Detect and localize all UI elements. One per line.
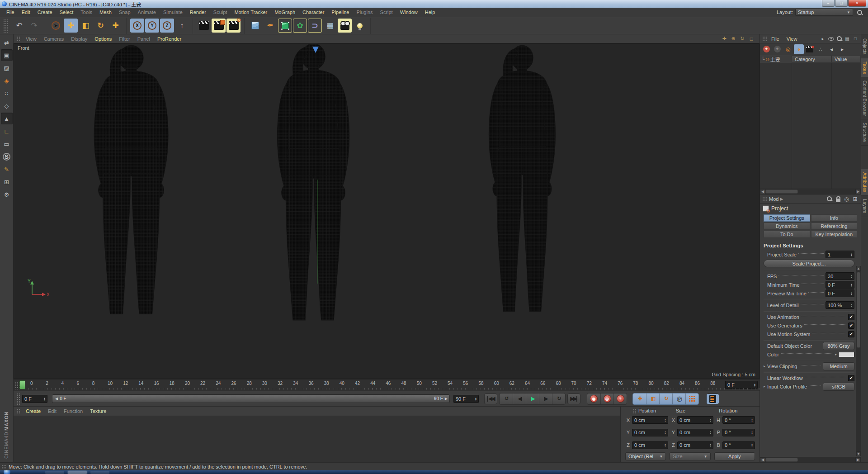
spinner-icon[interactable]: ▴▾ [665, 443, 666, 447]
spinner-icon[interactable]: ▴▾ [44, 397, 45, 401]
live-selection-tool[interactable]: ➤ [49, 19, 63, 33]
previous-frame-button[interactable]: ◀ [513, 393, 526, 404]
view-clipping-dropdown[interactable]: Medium [823, 362, 854, 370]
camera-button[interactable] [338, 19, 352, 33]
render-marked-takes-icon[interactable] [805, 44, 815, 54]
texture-mode-icon[interactable]: ▨ [1, 62, 13, 74]
slider-right-arrow-icon[interactable]: ▶ [445, 397, 448, 401]
menu-help[interactable]: Help [421, 9, 439, 15]
search-icon[interactable] [835, 35, 843, 43]
rot-h-field[interactable]: 0 °▴▾ [722, 416, 755, 424]
scroll-right-icon[interactable]: ▶ [855, 189, 861, 194]
takes-horizontal-scrollbar[interactable]: ◀ ▶ [760, 189, 861, 194]
take-item-main[interactable]: └ ◎ 主要 [760, 55, 792, 63]
menu-simulate[interactable]: Simulate [160, 9, 186, 15]
input-color-profile-dropdown[interactable]: sRGB [823, 383, 854, 391]
key-parameter-toggle[interactable]: Ⓟ [672, 393, 685, 404]
eye-icon[interactable] [827, 35, 835, 43]
coords-handle[interactable] [632, 408, 637, 413]
environment-button[interactable]: ▦ [323, 19, 337, 33]
snap-toggle-icon[interactable]: S [1, 151, 13, 162]
spinner-icon[interactable]: ▴▾ [710, 418, 711, 422]
search-icon[interactable] [826, 195, 833, 203]
model-mode-icon[interactable]: ▣ [1, 49, 13, 61]
side-tab-layers[interactable]: Layers [861, 196, 868, 217]
override-mode-icon[interactable]: ◕ [794, 44, 804, 54]
polygons-mode-icon[interactable]: ▲ [1, 113, 13, 124]
menu-select[interactable]: Select [56, 9, 77, 15]
lock-icon[interactable] [834, 195, 842, 203]
tab-info[interactable]: Info [811, 214, 858, 222]
spinner-icon[interactable]: ▴▾ [851, 303, 852, 307]
lock-workplane-icon[interactable]: ⊞ [1, 176, 13, 188]
taskbar-button[interactable] [45, 471, 64, 474]
menu-mograph[interactable]: MoGraph [271, 9, 299, 15]
workplane-mode-icon[interactable]: ◈ [1, 75, 13, 86]
key-position-toggle[interactable]: ✚ [633, 393, 646, 404]
spinner-icon[interactable]: ▴▾ [754, 383, 755, 387]
column-header-category[interactable]: Category [792, 55, 831, 63]
goto-end-button[interactable]: ▶▶ [567, 393, 580, 404]
takes-menu-file[interactable]: File [768, 36, 783, 42]
layout-dropdown[interactable]: Startup▼ [795, 9, 853, 16]
search-icon[interactable] [857, 9, 863, 15]
key-pla-toggle[interactable] [685, 393, 698, 404]
keyframe-selection-button[interactable]: ? [613, 393, 627, 404]
viewport-menu-view[interactable]: View [22, 36, 40, 42]
render-view-button[interactable] [197, 19, 211, 33]
record-keyframe-button[interactable]: ◉ [587, 393, 600, 404]
overflow-arrow-icon[interactable]: ▸ [819, 35, 826, 43]
attributes-vertical-scrollbar[interactable]: ▲ ▼ [856, 266, 861, 456]
title-bar[interactable]: CINEMA 4D R19.024 Studio (RC - R19) - [C… [0, 0, 868, 8]
use-motion-system-checkbox[interactable]: ✔ [848, 331, 854, 337]
expander-icon[interactable]: ▸ [764, 384, 767, 389]
bend-deformer-button[interactable]: ⊃ [308, 19, 322, 33]
coordinate-mode-dropdown[interactable]: Object (Rel▼ [625, 452, 666, 460]
apply-button[interactable]: Apply [714, 452, 755, 460]
add-panel-icon[interactable]: ⊞ [851, 195, 859, 203]
end-frame-field[interactable]: 90 F ▴▾ [453, 395, 479, 403]
model-figure[interactable] [94, 45, 168, 314]
pos-y-field[interactable]: 0 cm▴▾ [632, 429, 668, 436]
pan-view-icon[interactable]: ✚ [721, 35, 728, 43]
menu-tools[interactable]: Tools [77, 9, 96, 15]
undo-icon[interactable]: ↶ [12, 19, 26, 33]
key-rotation-toggle[interactable]: ↻ [659, 393, 672, 404]
autokeying-button[interactable]: ◎ [600, 393, 613, 404]
goto-start-button[interactable]: ◀◀ [484, 393, 497, 404]
level-of-detail-field[interactable]: 100 %▴▾ [826, 301, 854, 309]
side-tab-attributes[interactable]: Attributes [861, 169, 868, 196]
scrollbar-thumb[interactable] [765, 458, 798, 462]
column-header-value[interactable]: Value [831, 55, 861, 63]
size-x-field[interactable]: 0 cm▴▾ [677, 416, 713, 424]
attribute-object-row[interactable]: Project [760, 204, 861, 213]
linear-workflow-checkbox[interactable]: ✔ [848, 375, 854, 381]
model-figure[interactable] [278, 44, 349, 320]
status-handle[interactable] [1, 464, 6, 469]
spinner-icon[interactable]: ▴▾ [851, 292, 852, 295]
cycle-mode-button[interactable]: ↻ [552, 393, 565, 404]
side-tab-structure[interactable]: Structure [861, 119, 868, 146]
menu-plugins[interactable]: Plugins [353, 9, 376, 15]
axis-mode-icon[interactable]: ∟ [1, 125, 13, 137]
spinner-icon[interactable]: ▴▾ [710, 443, 711, 447]
menu-mesh[interactable]: Mesh [96, 9, 115, 15]
rotate-view-icon[interactable]: ↻ [739, 35, 746, 43]
toggle-view-icon[interactable]: □ [748, 35, 755, 43]
scale-tool[interactable]: ◧ [79, 19, 93, 33]
size-y-field[interactable]: 0 cm▴▾ [677, 429, 713, 436]
play-backwards-button[interactable]: ↺ [500, 393, 513, 404]
start-button-icon[interactable] [4, 470, 10, 474]
use-animation-checkbox[interactable]: ✔ [848, 314, 854, 320]
spinner-icon[interactable]: ▴▾ [851, 275, 852, 278]
scroll-left-icon[interactable]: ◀ [760, 457, 765, 463]
coordinate-system-toggle[interactable]: ↑ [175, 19, 189, 33]
tab-project-settings[interactable]: Project Settings [764, 214, 810, 222]
pos-z-field[interactable]: 0 cm▴▾ [632, 441, 668, 449]
menu-character[interactable]: Character [299, 9, 328, 15]
material-menu-texture[interactable]: Texture [86, 408, 110, 414]
next-frame-button[interactable]: ▶ [539, 393, 552, 404]
mode-menu[interactable]: Mod [769, 196, 778, 202]
points-mode-icon[interactable]: ∷ [1, 87, 13, 99]
viewport-solo-icon[interactable]: ▭ [1, 138, 13, 150]
